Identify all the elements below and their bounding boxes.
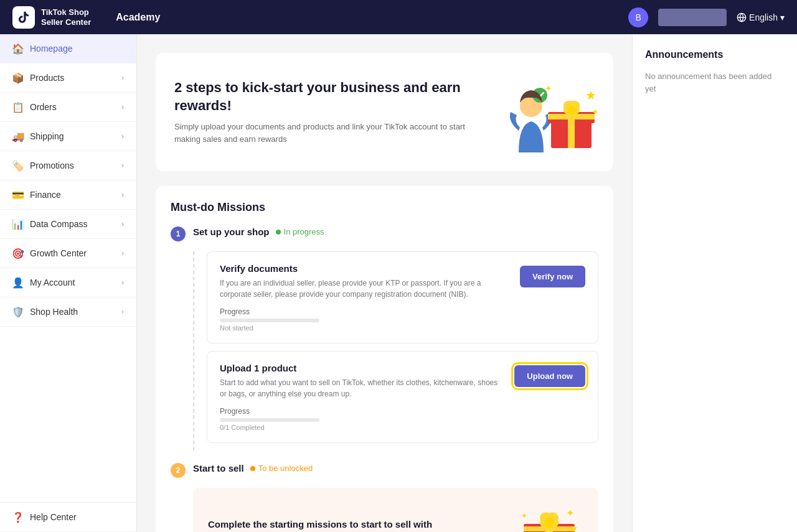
language-selector[interactable]: English ▾ xyxy=(737,12,785,22)
step-1-status: In progress xyxy=(276,227,324,236)
hero-card: 2 steps to kick-start your business and … xyxy=(156,53,613,171)
announcements-title: Announcements xyxy=(645,49,785,60)
chevron-right-icon: › xyxy=(121,278,124,287)
sidebar-homepage-label: Homepage xyxy=(30,44,73,54)
task-verify-progress: Progress Not started xyxy=(220,307,507,332)
hero-illustration-svg: ★ ✦ ✦ xyxy=(507,72,598,156)
chevron-right-icon: › xyxy=(121,132,124,141)
logo-line1: TikTok Shop xyxy=(41,7,91,17)
progress-text-2: 0/1 Completed xyxy=(220,424,502,431)
hero-description: Simply upload your documents and product… xyxy=(174,121,473,145)
task-card-verify: Verify documents If you are an individua… xyxy=(207,251,598,343)
svg-text:✦: ✦ xyxy=(545,83,552,93)
svg-text:★: ★ xyxy=(571,524,578,532)
sidebar-data-compass-label: Data Compass xyxy=(30,219,88,229)
task-upload-desc: Start to add what you want to sell on Ti… xyxy=(220,377,502,399)
header-nav: Academy xyxy=(103,12,616,23)
growth-center-icon: 🎯 xyxy=(12,248,24,259)
sidebar-help-label: Help Center xyxy=(30,512,77,522)
my-account-icon: 👤 xyxy=(12,277,24,288)
chevron-right-icon: › xyxy=(121,190,124,199)
sidebar-promotions-label: Promotions xyxy=(30,161,74,170)
sidebar-growth-center-label: Growth Center xyxy=(30,248,87,258)
upload-now-button[interactable]: Upload now xyxy=(514,365,585,387)
svg-text:✦: ✦ xyxy=(521,511,527,520)
sidebar-bottom: ❓ Help Center xyxy=(0,502,136,532)
svg-point-19 xyxy=(544,518,554,528)
missions-card: Must-do Missions 1 Set up your shop In p… xyxy=(156,186,613,532)
avatar-button[interactable]: B xyxy=(628,7,648,27)
main-layout: 🏠 Homepage 📦 Products › 📋 Orders › 🚚 Shi… xyxy=(0,34,797,532)
mission-step-1: 1 Set up your shop In progress xyxy=(171,226,598,241)
progress-text-1: Not started xyxy=(220,324,507,332)
chevron-down-icon: ▾ xyxy=(780,12,785,22)
language-label: English xyxy=(749,12,778,22)
missions-title: Must-do Missions xyxy=(171,201,598,214)
sidebar-shipping-label: Shipping xyxy=(30,131,64,141)
logo-line2: Seller Center xyxy=(41,17,91,27)
sidebar-item-shipping[interactable]: 🚚 Shipping › xyxy=(0,122,136,151)
chevron-right-icon: › xyxy=(121,249,124,258)
tiktok-logo-icon xyxy=(12,6,35,29)
step2-card-text: Complete the starting missions to start … xyxy=(208,518,457,532)
task-upload-progress: Progress 0/1 Completed xyxy=(220,407,502,431)
status-dot-locked xyxy=(250,466,255,471)
task-upload-info: Upload 1 product Start to add what you w… xyxy=(220,363,502,431)
shipping-icon: 🚚 xyxy=(12,131,24,142)
help-icon: ❓ xyxy=(12,511,24,523)
home-icon: 🏠 xyxy=(12,43,24,54)
sidebar-item-homepage[interactable]: 🏠 Homepage xyxy=(0,34,136,63)
shop-health-icon: 🛡️ xyxy=(12,306,24,317)
progress-label-1: Progress xyxy=(220,307,507,316)
sidebar-products-label: Products xyxy=(30,73,64,83)
top-header: TikTok Shop Seller Center Academy B Engl… xyxy=(0,0,797,34)
progress-bar-2 xyxy=(220,418,319,422)
step-2-status-text: To be unlocked xyxy=(258,464,313,473)
step-2-number: 2 xyxy=(171,463,186,478)
sidebar: 🏠 Homepage 📦 Products › 📋 Orders › 🚚 Shi… xyxy=(0,34,137,532)
sidebar-shop-health-label: Shop Health xyxy=(30,307,78,317)
step-2-status: To be unlocked xyxy=(250,464,313,473)
svg-text:✦: ✦ xyxy=(566,508,574,518)
chevron-right-icon: › xyxy=(121,220,124,228)
header-right: B English ▾ xyxy=(628,7,785,27)
sidebar-item-orders[interactable]: 📋 Orders › xyxy=(0,93,136,122)
mission-step-2-section: 2 Start to sell To be unlocked Comple xyxy=(171,463,598,532)
task-verify-desc: If you are an individual seller, please … xyxy=(220,278,507,300)
sidebar-orders-label: Orders xyxy=(30,102,57,112)
mission-tasks: Verify documents If you are an individua… xyxy=(193,251,598,450)
verify-now-button[interactable]: Verify now xyxy=(520,266,585,287)
svg-text:✦: ✦ xyxy=(592,107,598,117)
products-icon: 📦 xyxy=(12,72,24,83)
data-compass-icon: 📊 xyxy=(12,218,24,230)
chevron-right-icon: › xyxy=(121,161,124,170)
finance-icon: 💳 xyxy=(12,189,24,200)
chevron-right-icon: › xyxy=(121,307,124,316)
hero-illustration: ★ ✦ ✦ xyxy=(507,72,595,152)
sidebar-item-shop-health[interactable]: 🛡️ Shop Health › xyxy=(0,297,136,327)
step2-card: Complete the starting missions to start … xyxy=(193,488,598,532)
sidebar-item-growth-center[interactable]: 🎯 Growth Center › xyxy=(0,239,136,268)
svg-point-9 xyxy=(567,106,576,114)
logo: TikTok Shop Seller Center xyxy=(12,6,91,29)
task-verify-info: Verify documents If you are an individua… xyxy=(220,263,507,332)
step-1-status-text: In progress xyxy=(284,227,324,236)
sidebar-item-help[interactable]: ❓ Help Center xyxy=(0,503,136,532)
no-announcement-message: No announcement has been added yet xyxy=(645,70,785,95)
sidebar-item-products[interactable]: 📦 Products › xyxy=(0,63,136,93)
sidebar-item-promotions[interactable]: 🏷️ Promotions › xyxy=(0,151,136,180)
orders-icon: 📋 xyxy=(12,101,24,113)
svg-text:★: ★ xyxy=(585,88,597,102)
step2-gift-illustration: ✦ ★ ✦ xyxy=(515,503,583,532)
sidebar-item-data-compass[interactable]: 📊 Data Compass › xyxy=(0,210,136,239)
progress-bar-1 xyxy=(220,319,319,322)
mission-step-2: 2 Start to sell To be unlocked xyxy=(171,463,598,478)
progress-label-2: Progress xyxy=(220,407,502,416)
chevron-right-icon: › xyxy=(121,103,124,111)
hero-text: 2 steps to kick-start your business and … xyxy=(174,79,486,145)
sidebar-item-finance[interactable]: 💳 Finance › xyxy=(0,180,136,210)
task-upload-title: Upload 1 product xyxy=(220,363,502,373)
chevron-right-icon: › xyxy=(121,73,124,82)
task-card-upload: Upload 1 product Start to add what you w… xyxy=(207,351,598,443)
sidebar-item-my-account[interactable]: 👤 My Account › xyxy=(0,268,136,297)
